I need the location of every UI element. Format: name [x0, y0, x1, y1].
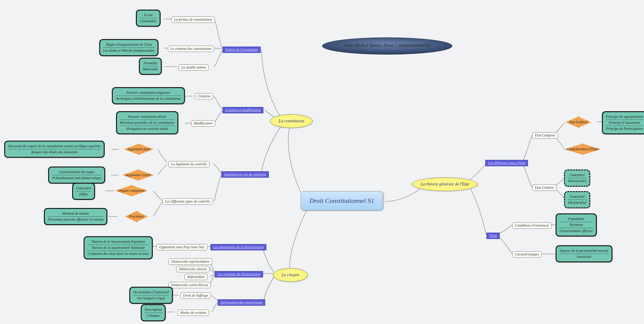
item: Personnes pouvant effectuer la saisine: [48, 217, 103, 222]
item: Gouvernement efficace: [560, 228, 593, 234]
item: Principe de Participation: [606, 126, 643, 132]
major-citoyen[interactable]: Le citoyen: [273, 268, 308, 282]
formes-constitutions[interactable]: La formes de constitutions: [171, 17, 215, 23]
conditions-existences[interactable]: Conditions d'existences: [512, 222, 552, 229]
item: Moment de saisine: [48, 211, 103, 217]
item: Concentré: [76, 185, 91, 191]
item: Territoire: [560, 222, 593, 228]
caracteristiques[interactable]: Caractéristiques: [512, 251, 542, 258]
teal-modification: Pouvoir constituant dérivé Révisions par…: [116, 111, 178, 134]
item: Materielle: [143, 66, 158, 72]
confederation-etats[interactable]: Confederation d'Etats: [560, 144, 606, 155]
teal-conditions: Population Territoire Gouvernement effic…: [556, 213, 597, 237]
sanctions-violation[interactable]: Sanctions en cas de violation: [221, 171, 269, 178]
item: Souverain: [560, 254, 609, 260]
item: Prétenduement anti-démocratique: [52, 175, 101, 181]
droit-suffrage[interactable]: Droit de Suffrage: [180, 292, 211, 299]
item: Critiques: [145, 313, 162, 319]
item: Population: [560, 216, 593, 222]
root-node[interactable]: Droit Constitutionnel S1: [301, 191, 383, 210]
teal-double: Formelle Materielle: [139, 58, 162, 75]
contenu-constitutions[interactable]: Le contenu des constitutions: [168, 46, 214, 52]
letat[interactable]: l'Etat: [486, 233, 500, 239]
item: Régles d'organisations de l'Etat: [103, 42, 155, 48]
item: Théorie de la souveraineté Nationale: [87, 245, 149, 251]
democratie-semi[interactable]: Democratie semis-directe: [168, 282, 211, 288]
creation[interactable]: Création: [195, 93, 213, 99]
item: Écrite: [140, 12, 157, 18]
item: Les droits et libertés fondamentales: [103, 48, 155, 53]
etat-federal[interactable]: Etat Federal: [562, 117, 594, 128]
title-label: Jean-Michel Vanier, Droit Constitutionne…: [321, 40, 453, 51]
item: Principe d'Autonomie: [606, 120, 643, 126]
item: Principe de superposition: [606, 114, 643, 120]
creation-modification[interactable]: Création et modification: [222, 107, 263, 113]
teal-opposition: Théorie de la Souveraineté Populaire Thé…: [84, 236, 153, 259]
teal-pour: Nécessité de respect de la constitution …: [4, 141, 105, 158]
item: Confusion des deux dans les textes recen…: [87, 251, 149, 257]
opposition-souv[interactable]: Opposition souv Pop./souv Nat.: [156, 244, 207, 250]
arguments-contre[interactable]: Arguments contre: [118, 170, 158, 181]
fondements-participation[interactable]: Les fondements de la Participation: [210, 244, 266, 250]
item: Respect des droits des minorités: [8, 149, 101, 155]
teal-formes: Écrite Coutumière: [136, 10, 161, 27]
item: dispose de la personnalité morale: [560, 248, 609, 254]
procedure[interactable]: Procédure: [122, 211, 151, 222]
item: Diffus: [76, 191, 91, 197]
item: Déconcentré: [568, 178, 586, 184]
etat-unitaire[interactable]: Etat Unitaire: [532, 185, 557, 191]
legitimite-controle[interactable]: La légitimité du contrôle: [168, 161, 210, 167]
item: Nécessité de respect de la constitution …: [8, 143, 101, 149]
systemes-participation[interactable]: Les systemes de Participation: [215, 271, 263, 277]
item: Formelle: [143, 60, 158, 66]
teal-creation: Pouvoir constituant originaire Technique…: [112, 87, 185, 104]
item: Pouvoir constituant originaire: [116, 90, 181, 96]
item: Décentralisé: [568, 200, 586, 206]
item: Théorie de la Souveraineté Populaire: [87, 239, 149, 245]
teal-suffrage: De restreint à l'universel De l'inégal à…: [129, 287, 173, 304]
teal-unitaire-1: Concentré Déconcentré: [564, 170, 590, 187]
item: De l'inégal à l'égal: [133, 295, 169, 301]
teal-contenu: Régles d'organisations de l'Etat Les dro…: [99, 39, 158, 56]
item: Concentré: [568, 172, 586, 178]
double-notion[interactable]: La double notion: [179, 64, 209, 71]
arguments-pour[interactable]: Arguments pour: [120, 144, 157, 155]
major-constitution[interactable]: La constitution: [270, 114, 313, 128]
democratie-repr[interactable]: Democratie représentative: [168, 258, 212, 265]
item: Gouvernement des juges: [52, 169, 101, 175]
teal-scrutins: Description Critiques: [141, 304, 166, 321]
major-theorie[interactable]: La théorie générale de l'Etat: [412, 177, 478, 191]
teal-organe: Concentré Diffus: [72, 183, 95, 200]
types-etat[interactable]: Les differents types d'Etat: [485, 160, 528, 166]
teal-contre: Gouvernement des juges Prétenduement ant…: [48, 167, 105, 184]
teal-procedure: Moment de saisine Personnes pouvant effe…: [44, 208, 107, 225]
item: De restreint à l'universel: [133, 289, 169, 295]
item: Centralisé: [568, 194, 586, 200]
item: Coutumière: [140, 18, 157, 24]
organe-competent[interactable]: Organe competent: [111, 185, 152, 196]
item: Description: [145, 307, 162, 313]
referendum[interactable]: Referendum: [185, 274, 207, 280]
designation-gouvernants[interactable]: Désignation des gouvernants: [218, 299, 265, 306]
item: Techniques d'établissement de la constit…: [116, 96, 181, 102]
teal-federal: Principe de superposition Principe d'Aut…: [602, 111, 644, 134]
etat-compose[interactable]: Etat Composé: [532, 132, 558, 139]
types-controle[interactable]: Les differents types de contrôle: [162, 198, 213, 205]
item: Révisions partielles de la constitution: [120, 120, 174, 126]
item: Abrogation ou revision totale: [120, 126, 174, 132]
democratie-directe[interactable]: Démocratie directe: [176, 266, 210, 272]
item: Pouvoir constituant dérivé: [120, 114, 174, 120]
teal-caracteristiques: dispose de la personnalité morale Souver…: [556, 245, 612, 262]
teal-unitaire-2: Centralisé Décentralisé: [564, 191, 590, 208]
modification[interactable]: Modification: [191, 120, 215, 127]
modes-scrutins[interactable]: Modes de scrutins: [177, 310, 209, 316]
notion-constitution[interactable]: Notion de Constitution: [222, 47, 261, 53]
